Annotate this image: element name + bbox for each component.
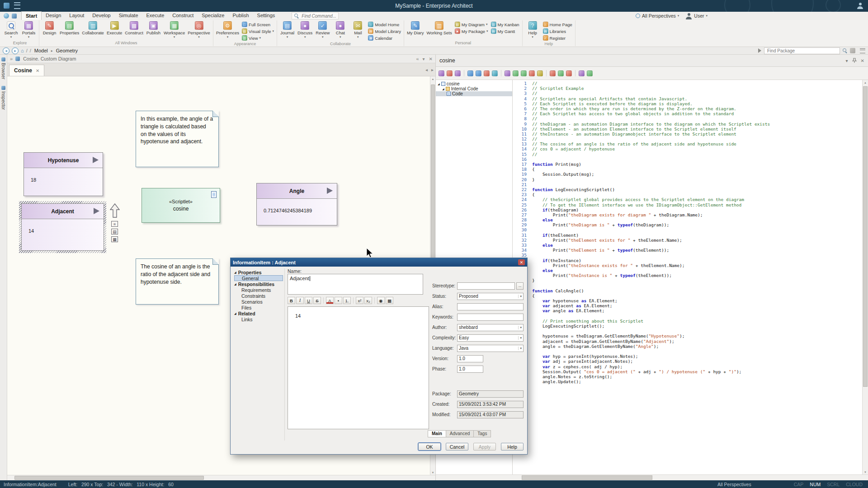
ribbon-tab-publish[interactable]: Publish: [228, 11, 253, 19]
quicklink-layers-icon[interactable]: ▤: [111, 229, 118, 235]
ribbon-button-mail[interactable]: ✉Mail▾: [349, 20, 367, 38]
ribbon-button-my-diary[interactable]: ✎My Diary: [406, 20, 425, 35]
ribbon-button-chat[interactable]: ●Chat▾: [331, 20, 349, 38]
quicklink-anchor-icon[interactable]: ▦: [111, 236, 118, 242]
play-icon[interactable]: [758, 48, 761, 53]
note-element[interactable]: The cosine of an angle is the ratio of t…: [136, 258, 219, 305]
ribbon-button-workspace[interactable]: ▦Workspace▾: [162, 20, 186, 38]
underline-button[interactable]: U: [305, 297, 312, 304]
diagram-tab-cosine[interactable]: Cosine ✕: [9, 65, 44, 76]
italic-button[interactable]: I: [296, 297, 304, 304]
code-tree-item-internal-code[interactable]: ◢Internal Code: [436, 86, 512, 91]
ribbon-button-my-package[interactable]: ■My Package▾: [453, 28, 490, 34]
undo-button[interactable]: [528, 70, 535, 77]
ribbon-button-home-page[interactable]: ⌂Home Page: [542, 21, 574, 28]
dialog-tree-item-files[interactable]: Files: [234, 305, 283, 310]
scrollbar-thumb[interactable]: [522, 475, 652, 480]
save-all-button[interactable]: [491, 70, 498, 77]
find-package-input[interactable]: [766, 48, 838, 54]
redo-button[interactable]: [537, 70, 543, 77]
side-tab-browser[interactable]: Browser: [1, 57, 6, 80]
quicklink-notes-icon[interactable]: ≡: [111, 221, 118, 227]
chevron-down-icon[interactable]: ▾: [423, 56, 425, 61]
chevron-down-icon[interactable]: ▾: [846, 58, 848, 63]
quicklink-up-arrow-icon[interactable]: [110, 203, 120, 218]
quick-access-icon[interactable]: [12, 14, 17, 19]
new-file-button[interactable]: [467, 70, 474, 77]
cut-button[interactable]: [504, 70, 511, 77]
collapse-icon[interactable]: «: [416, 56, 418, 61]
ribbon-tab-construct[interactable]: Construct: [168, 11, 198, 19]
ribbon-tab-develop[interactable]: Develop: [88, 11, 114, 19]
ea-pearl-menu-icon[interactable]: [4, 13, 9, 19]
dialog-button-cancel[interactable]: Cancel: [446, 443, 468, 450]
code-tree-item-code[interactable]: Code: [436, 91, 512, 96]
ribbon-button-help[interactable]: ?Help▾: [524, 20, 542, 38]
ribbon-button-my-kanban[interactable]: ▥My Kanban: [490, 21, 521, 28]
dialog-tree-section-responsibilities[interactable]: ◢Responsibilities: [234, 281, 283, 287]
ribbon-button-libraries[interactable]: ▤Libraries: [542, 28, 574, 34]
find-command-input[interactable]: [301, 13, 337, 19]
open-button[interactable]: [475, 70, 482, 77]
ribbon-button-design[interactable]: ✎Design: [41, 20, 58, 35]
scrollbar-thumb[interactable]: [863, 86, 868, 387]
field-language--combo[interactable]: Java▾: [457, 345, 524, 352]
ribbon-tab-execute[interactable]: Execute: [142, 11, 169, 19]
code-vertical-scrollbar[interactable]: ▲ ▼: [862, 80, 868, 474]
ribbon-tab-design[interactable]: Design: [42, 11, 65, 19]
nav-back-button[interactable]: ◂: [3, 47, 9, 54]
ribbon-button-my-diagram[interactable]: ▧My Diagram▾: [453, 21, 490, 28]
run-script-button[interactable]: [566, 70, 572, 77]
ribbon-button-full-screen[interactable]: □Full Screen: [241, 21, 275, 28]
expand-toolbar-icon[interactable]: »: [10, 56, 12, 61]
element-angle[interactable]: Angle 0.7124746245384189: [256, 183, 337, 225]
status-perspective[interactable]: All Perspectives: [717, 482, 751, 487]
side-tab-inspector[interactable]: Inspector: [1, 86, 6, 110]
ribbon-button-working-sets[interactable]: ▥Working Sets: [425, 20, 453, 35]
notes-editor[interactable]: 14: [288, 306, 429, 429]
ribbon-button-register[interactable]: ✓Register: [542, 35, 574, 41]
dialog-titlebar[interactable]: InformationItem : Adjacent ✕: [231, 258, 527, 267]
superscript-button[interactable]: x²: [356, 297, 363, 304]
ribbon-button-view[interactable]: ▥View▾: [241, 35, 275, 41]
dialog-tree-item-scenarios[interactable]: Scenarios: [234, 299, 283, 305]
dialog-button-ok[interactable]: OK: [418, 443, 441, 450]
ribbon-button-properties[interactable]: ▤Properties: [58, 20, 80, 35]
ribbon-button-preferences[interactable]: ⚙Preferences▾: [215, 20, 241, 38]
user-account-icon[interactable]: [857, 2, 863, 9]
tree-view-button[interactable]: [438, 70, 445, 77]
close-icon[interactable]: ✕: [861, 58, 864, 63]
tab-scroll-right-icon[interactable]: ▸: [431, 67, 434, 72]
dialog-button-help[interactable]: Help: [501, 443, 524, 450]
dialog-tree-item-general[interactable]: General: [234, 275, 283, 281]
ribbon-button-publish[interactable]: ▣Publish: [145, 20, 162, 35]
dialog-tree-item-constraints[interactable]: Constraints: [234, 293, 283, 299]
dialog-tab-advanced[interactable]: Advanced: [446, 430, 474, 437]
note-element[interactable]: In this example, the angle of a triangle…: [136, 111, 219, 167]
scroll-up-icon[interactable]: ▲: [863, 80, 868, 85]
stereotype-browse-button[interactable]: ...: [516, 282, 524, 290]
bold-button[interactable]: B: [288, 297, 295, 304]
field-phase--input[interactable]: 1.0: [457, 366, 483, 373]
ribbon-button-construct[interactable]: ▩Construct: [123, 20, 145, 35]
ribbon-button-collaborate[interactable]: ▥Collaborate: [80, 20, 105, 35]
field-stereotype--input[interactable]: [457, 282, 515, 290]
element-scriptlet-cosine[interactable]: «Scriptlet» cosine: [142, 188, 220, 223]
nav-forward-button[interactable]: ▸: [12, 47, 19, 54]
breadcrumb-item-geometry[interactable]: Geometry: [55, 48, 79, 53]
tab-close-icon[interactable]: ✕: [36, 68, 39, 73]
ribbon-button-model-home[interactable]: ⌂Model Home: [367, 21, 402, 28]
scrollbar-thumb[interactable]: [14, 476, 204, 480]
perspective-selector[interactable]: All Perspectives ▾: [636, 13, 679, 19]
find-command-box[interactable]: [292, 12, 339, 19]
dialog-tab-tags[interactable]: Tags: [474, 430, 491, 437]
breadcrumb-item-model[interactable]: Model: [33, 48, 49, 53]
close-icon[interactable]: ✕: [429, 56, 433, 61]
ribbon-button-search[interactable]: Search▾: [2, 20, 20, 38]
ribbon-button-model-library[interactable]: ▤Model Library: [367, 28, 402, 34]
scroll-down-icon[interactable]: ▼: [430, 470, 435, 475]
field-version--input[interactable]: 1.0: [457, 355, 483, 362]
bullet-list-button[interactable]: •: [335, 297, 342, 304]
copy-button[interactable]: [512, 70, 519, 77]
element-list-button[interactable]: [454, 70, 461, 77]
